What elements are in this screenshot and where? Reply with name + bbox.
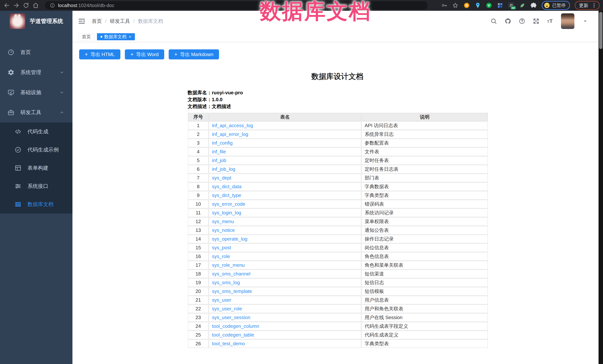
- sidebar-subitem-form-builder[interactable]: 表单构建: [0, 159, 72, 177]
- table-cell-description: 角色和菜单关联表: [361, 261, 488, 269]
- table-cell-description: 定时任务日志表: [361, 165, 488, 173]
- puzzle-icon[interactable]: [530, 2, 537, 9]
- forward-icon[interactable]: [13, 2, 20, 9]
- export-button-html[interactable]: +导出 HTML: [79, 49, 120, 59]
- table-row: 19sys_sms_log短信日志: [188, 278, 488, 287]
- reload-icon[interactable]: [23, 2, 29, 9]
- fullscreen-icon[interactable]: [533, 18, 539, 24]
- extension-orange-icon[interactable]: [463, 2, 470, 9]
- table-cell-name: sys_user_session: [209, 313, 361, 322]
- sidebar-item-system[interactable]: 系统管理: [0, 62, 72, 82]
- sidebar-subitem-db-doc[interactable]: 数据库文档: [0, 195, 72, 213]
- table-name-link[interactable]: tool_codegen_column: [212, 323, 259, 329]
- table-name-link[interactable]: inf_config: [212, 140, 232, 146]
- table-name-link[interactable]: sys_role: [212, 254, 230, 259]
- page-scrollbar[interactable]: [599, 11, 603, 364]
- github-icon[interactable]: [505, 18, 511, 24]
- search-icon[interactable]: [490, 18, 497, 24]
- table-name-link[interactable]: sys_login_log: [212, 210, 241, 216]
- table-cell-name: inf_file: [209, 148, 361, 156]
- table-name-link[interactable]: sys_post: [212, 245, 231, 250]
- table-row: 6inf_job_log定时任务日志表: [188, 165, 488, 173]
- table-row: 11sys_login_log系统访问记录: [188, 209, 488, 217]
- tag-item[interactable]: 首页: [78, 33, 94, 40]
- table-cell-index: 2: [188, 130, 209, 138]
- collapse-sidebar-icon[interactable]: [78, 17, 85, 25]
- extension-leaf-icon[interactable]: [519, 2, 526, 9]
- table-name-link[interactable]: sys_error_code: [212, 201, 245, 207]
- table-name-link[interactable]: inf_job: [212, 158, 226, 163]
- table-name-link[interactable]: inf_job_log: [212, 166, 235, 172]
- help-icon[interactable]: [519, 18, 525, 24]
- svg-text:T: T: [549, 18, 553, 24]
- address-bar[interactable]: localhost:1024/tool/db-doc: [45, 1, 428, 10]
- site-info-icon[interactable]: [50, 3, 55, 8]
- table-cell-index: 13: [188, 226, 209, 234]
- table-row: 22sys_user_role用户和角色关联表: [188, 305, 488, 313]
- extension-verified-icon[interactable]: [486, 2, 492, 9]
- back-icon[interactable]: [3, 2, 10, 9]
- kebab-menu-icon[interactable]: [591, 3, 597, 8]
- table-name-link[interactable]: inf_api_access_log: [212, 123, 253, 128]
- user-avatar[interactable]: [561, 13, 574, 29]
- table-name-link[interactable]: sys_user_role: [212, 306, 242, 311]
- table-name-link[interactable]: sys_sms_channel: [212, 271, 250, 276]
- table-name-link[interactable]: sys_sms_template: [212, 288, 252, 294]
- table-name-link[interactable]: sys_operate_log: [212, 236, 247, 242]
- password-key-icon[interactable]: [441, 2, 447, 9]
- table-cell-name: sys_sms_log: [209, 278, 361, 287]
- doc-title: 数据库设计文档: [188, 71, 487, 81]
- home-icon[interactable]: [32, 2, 39, 9]
- table-cell-name: sys_operate_log: [209, 235, 361, 243]
- breadcrumb-item[interactable]: 首页: [92, 18, 102, 24]
- table-name-link[interactable]: inf_file: [212, 149, 226, 154]
- bookmark-star-icon[interactable]: [452, 2, 458, 9]
- sidebar-item-devtools[interactable]: 研发工具: [0, 102, 72, 122]
- extension-grid-icon[interactable]: [497, 2, 503, 9]
- sliders-icon: [14, 183, 22, 190]
- table-name-link[interactable]: sys_dict_type: [212, 192, 241, 198]
- tag-close-icon[interactable]: ×: [129, 34, 131, 39]
- breadcrumb-separator: /: [133, 18, 135, 24]
- table-row: 4inf_file文件表: [188, 148, 488, 156]
- table-name-link[interactable]: sys_menu: [212, 219, 234, 224]
- table-cell-index: 22: [188, 305, 209, 313]
- table-name-link[interactable]: tool_test_demo: [212, 341, 245, 346]
- table-name-link[interactable]: inf_api_error_log: [212, 132, 248, 137]
- table-cell-index: 25: [188, 331, 209, 339]
- font-size-icon[interactable]: TT: [547, 18, 554, 24]
- table-cell-index: 4: [188, 148, 209, 156]
- app-logo-row[interactable]: 芋道管理系统: [0, 11, 72, 32]
- extension-pin-icon[interactable]: [475, 2, 481, 9]
- table-row: 8sys_dict_data字典数据表: [188, 182, 488, 191]
- browser-update-button[interactable]: 更新: [575, 1, 600, 10]
- table-cell-index: 17: [188, 261, 209, 269]
- tag-active[interactable]: 数据库文档×: [97, 33, 135, 40]
- toolbox-icon: [7, 109, 14, 116]
- scrollbar-thumb[interactable]: [599, 12, 603, 49]
- table-name-link[interactable]: sys_notice: [212, 227, 235, 233]
- db-doc: 数据库设计文档 数据库名：ruoyi-vue-pro文档版本：1.0.0文档描述…: [188, 71, 487, 348]
- table-name-link[interactable]: sys_sms_log: [212, 280, 240, 285]
- caret-down-icon[interactable]: [582, 18, 589, 24]
- table-cell-description: 短信渠道: [361, 270, 488, 278]
- sidebar-item-home[interactable]: 首页: [0, 42, 72, 62]
- breadcrumb-item[interactable]: 研发工具: [110, 18, 130, 24]
- browser-profile-chip[interactable]: 已暂停: [542, 1, 570, 10]
- table-name-link[interactable]: sys_dict_data: [212, 184, 242, 189]
- table-row: 2inf_api_error_log系统异常日志: [188, 130, 488, 138]
- extension-list-icon[interactable]: on: [508, 2, 515, 9]
- sidebar-item-infra[interactable]: 基础设施: [0, 82, 72, 102]
- table-cell-name: sys_post: [209, 243, 361, 252]
- sidebar-subitem-codegen[interactable]: 代码生成: [0, 122, 72, 141]
- table-name-link[interactable]: sys_role_menu: [212, 262, 245, 268]
- table-name-link[interactable]: sys_user_session: [212, 315, 250, 320]
- monitor-icon: [7, 89, 14, 96]
- table-name-link[interactable]: sys_user: [212, 297, 231, 303]
- table-name-link[interactable]: sys_dept: [212, 175, 231, 181]
- export-button-word[interactable]: +导出 Word: [125, 49, 164, 59]
- sidebar-subitem-codegen-example[interactable]: 代码生成示例: [0, 141, 72, 159]
- export-button-markdown[interactable]: +导出 Markdown: [169, 49, 219, 59]
- table-name-link[interactable]: tool_codegen_table: [212, 332, 254, 338]
- sidebar-subitem-api[interactable]: 系统接口: [0, 177, 72, 195]
